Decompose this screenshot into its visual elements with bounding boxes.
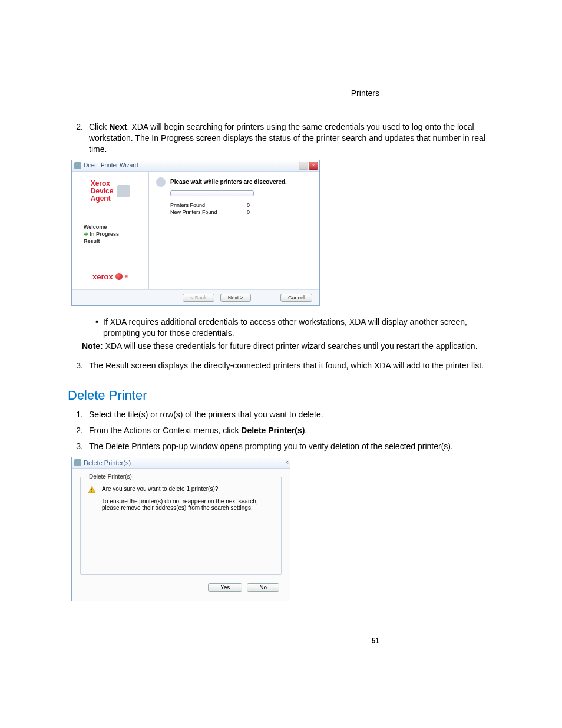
text: . XDA will begin searching for printers … — [89, 122, 485, 154]
bullet-icon: ■ — [91, 317, 103, 339]
next-button[interactable]: Next > — [220, 294, 251, 302]
wizard-button-bar: < Back Next > Cancel — [72, 289, 319, 305]
note-label: Note: — [82, 341, 103, 351]
dialog-title: Delete Printer(s) — [84, 459, 285, 466]
delete-printers-bold: Delete Printer(s) — [241, 426, 305, 435]
wizard-main: Please wait while printers are discovere… — [148, 172, 319, 289]
back-button[interactable]: < Back — [183, 294, 214, 302]
step-number: 2. — [68, 121, 89, 155]
step-body: From the Actions or Context menus, click… — [89, 425, 497, 436]
no-button[interactable]: No — [247, 583, 279, 592]
app-icon — [74, 162, 81, 169]
close-button[interactable]: × — [285, 459, 289, 466]
new-printers-found-label: New Printers Found — [170, 209, 247, 215]
app-icon — [74, 459, 81, 466]
xerox-ball-icon — [115, 273, 123, 280]
step-number: 3. — [68, 441, 89, 452]
cancel-button[interactable]: Cancel — [280, 294, 312, 302]
dstep-3: 3. The Delete Printers pop-up window ope… — [68, 441, 497, 452]
delete-printers-dialog: Delete Printer(s) × Delete Printer(s) Ar… — [71, 457, 290, 601]
dialog-button-bar: Yes No — [72, 579, 290, 601]
step-result: Result — [84, 238, 119, 244]
printers-found-label: Printers Found — [170, 202, 247, 208]
step-number: 1. — [68, 409, 89, 420]
section-header: Printers — [68, 88, 379, 98]
step-body: The Delete Printers pop-up window opens … — [89, 441, 497, 452]
printers-found-value: 0 — [247, 202, 250, 208]
titlebar: Direct Printer Wizard – × — [72, 160, 319, 172]
wizard-steps: Welcome In Progress Result — [84, 224, 119, 245]
brand-text: Xerox Device Agent — [91, 180, 114, 203]
wizard-sidebar: Xerox Device Agent Welcome In Progress R… — [72, 172, 148, 289]
step-number: 3. — [68, 360, 89, 371]
next-keyword: Next — [109, 122, 127, 131]
text: From the Actions or Context menus, click — [89, 426, 241, 435]
note-text: XDA will use these credentials for futur… — [103, 341, 478, 351]
search-icon — [156, 177, 166, 187]
logo-text: xerox — [92, 272, 113, 281]
window-title: Direct Printer Wizard — [84, 162, 298, 169]
progress-bar — [170, 190, 254, 196]
brand-line: Xerox — [91, 180, 114, 187]
delete-fieldset: Delete Printer(s) Are you sure you want … — [80, 477, 282, 575]
step-2: 2. Click Next. XDA will begin searching … — [68, 121, 497, 155]
step-number: 2. — [68, 425, 89, 436]
titlebar: Delete Printer(s) × — [72, 457, 290, 469]
step-in-progress: In Progress — [84, 231, 119, 237]
delete-printer-heading: Delete Printer — [68, 388, 497, 403]
note: Note: XDA will use these credentials for… — [82, 341, 497, 352]
page-number: 51 — [68, 637, 379, 645]
text: Click — [89, 122, 109, 131]
warning-icon — [88, 486, 96, 494]
sub-text: If XDA requires additional credentials t… — [103, 317, 497, 339]
dstep-2: 2. From the Actions or Context menus, cl… — [68, 425, 497, 436]
close-button[interactable]: × — [309, 162, 318, 170]
wizard-heading: Please wait while printers are discovere… — [170, 179, 287, 185]
direct-printer-wizard-window: Direct Printer Wizard – × Xerox Device A… — [71, 160, 320, 306]
step-body: The Result screen displays the directly-… — [89, 360, 497, 371]
svg-rect-0 — [91, 489, 92, 491]
fieldset-legend: Delete Printer(s) — [87, 473, 134, 480]
sub-bullet: ■ If XDA requires additional credentials… — [91, 317, 497, 339]
confirm-info: To ensure the printer(s) do not reappear… — [102, 498, 274, 511]
step-welcome: Welcome — [84, 224, 119, 230]
step-body: Click Next. XDA will begin searching for… — [89, 121, 497, 155]
yes-button[interactable]: Yes — [208, 583, 242, 592]
dstep-1: 1. Select the tile(s) or row(s) of the p… — [68, 409, 497, 420]
new-printers-found-value: 0 — [247, 209, 250, 215]
minimize-button[interactable]: – — [299, 162, 308, 170]
printer-icon — [117, 185, 130, 197]
brand-line: Agent — [91, 195, 114, 203]
step-3: 3. The Result screen displays the direct… — [68, 360, 497, 371]
step-body: Select the tile(s) or row(s) of the prin… — [89, 409, 497, 420]
svg-rect-1 — [91, 491, 92, 492]
xerox-logo: xerox ® — [92, 272, 128, 281]
text: . — [305, 426, 307, 435]
confirm-question: Are you sure you want to delete 1 printe… — [102, 486, 274, 492]
